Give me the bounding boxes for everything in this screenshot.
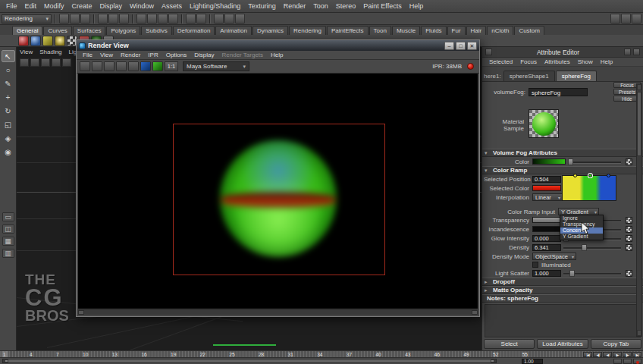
rotate-tool-icon[interactable]: ↻	[2, 105, 15, 117]
density-field[interactable]: 6.341	[532, 244, 561, 251]
select-by-hierarchy-icon[interactable]	[98, 14, 108, 24]
ipr-render-icon[interactable]	[224, 14, 234, 24]
resolution-gate-icon[interactable]	[52, 58, 61, 67]
load-attributes-button[interactable]: Load Attributes	[537, 339, 588, 349]
scroll-down-arrow[interactable]	[637, 330, 641, 336]
notes-text-area[interactable]	[485, 304, 641, 337]
statusline-separator[interactable]	[181, 14, 183, 24]
film-gate-icon[interactable]	[41, 58, 50, 67]
select-tool-icon[interactable]: ↖	[2, 50, 15, 62]
go-to-start-button[interactable]: |◀	[583, 352, 592, 357]
shelf-tab[interactable]: Custom	[514, 26, 544, 35]
construction-history-icon[interactable]	[186, 14, 196, 24]
menu-edit[interactable]: Edit	[21, 1, 41, 11]
density-map-button[interactable]	[626, 244, 632, 251]
shelf-tab[interactable]: nCloth	[487, 26, 513, 35]
scroll-right-arrow[interactable]	[472, 310, 478, 315]
render-region-icon[interactable]	[92, 61, 102, 71]
gate-mask-icon[interactable]	[62, 58, 71, 67]
scroll-left-arrow[interactable]	[78, 310, 84, 315]
playback-range-bar[interactable]	[5, 359, 494, 362]
ae-menu-show[interactable]: Show	[574, 58, 597, 65]
section-color-ramp[interactable]: Color Ramp	[482, 166, 643, 174]
select-by-component-icon[interactable]	[119, 14, 129, 24]
shelf-tab[interactable]: Animation	[215, 26, 252, 35]
go-to-end-button[interactable]: ▶|	[632, 352, 641, 357]
menu-assets[interactable]: Assets	[158, 1, 186, 11]
menu-toon[interactable]: Toon	[309, 1, 332, 11]
menu-display[interactable]: Display	[96, 1, 127, 11]
incandescence-swatch[interactable]	[532, 226, 561, 232]
menu-texturing[interactable]: Texturing	[244, 1, 280, 11]
menu-modify[interactable]: Modify	[40, 1, 68, 11]
menu-lighting-shading[interactable]: Lighting/Shading	[186, 1, 244, 11]
ae-vertical-scrollbar[interactable]	[636, 83, 642, 337]
renderer-dropdown[interactable]: Maya Software	[183, 61, 249, 71]
tab-sphereshape1[interactable]: sphereShape1	[503, 71, 555, 81]
menu-set-selector[interactable]: Rendering	[2, 14, 52, 24]
show-attribute-editor-icon[interactable]	[610, 14, 620, 24]
soft-modification-tool-icon[interactable]: ◉	[2, 146, 15, 158]
scale-tool-icon[interactable]: ◱	[2, 118, 15, 130]
ipr-render-icon[interactable]	[104, 61, 114, 71]
shelf-tab[interactable]: Surfaces	[73, 26, 106, 35]
selected-position-field[interactable]: 0.504	[532, 176, 561, 183]
grid-toggle-icon[interactable]	[30, 58, 39, 67]
menu-render[interactable]: Render	[280, 1, 310, 11]
select-by-object-icon[interactable]	[108, 14, 118, 24]
universal-manipulator-icon[interactable]: ◈	[2, 132, 15, 144]
glow-intensity-field[interactable]: 0.000	[532, 235, 561, 242]
rv-menu-options[interactable]: Options	[162, 52, 191, 58]
panel-menu-shading[interactable]: Shading	[39, 49, 61, 55]
shelf-sphere-icon[interactable]	[18, 36, 29, 46]
statusline-separator[interactable]	[209, 14, 211, 24]
scroll-up-arrow[interactable]	[637, 84, 641, 90]
shelf-tab[interactable]: Rendering	[289, 26, 326, 35]
density-mode-dropdown[interactable]: ObjectSpace	[532, 253, 576, 260]
transparency-map-button[interactable]	[626, 217, 632, 224]
rv-menu-file[interactable]: File	[79, 52, 96, 58]
section-matte-opacity[interactable]: Matte Opacity	[482, 286, 643, 294]
menu-window[interactable]: Window	[126, 1, 158, 11]
layout-four-pane-button[interactable]: ▦	[2, 237, 14, 246]
show-channel-box-icon[interactable]	[632, 14, 641, 24]
auto-keyframe-toggle[interactable]	[633, 359, 641, 364]
minimize-button[interactable]: –	[444, 42, 454, 50]
color-slider[interactable]	[568, 158, 621, 165]
snap-to-grid-icon[interactable]	[136, 14, 146, 24]
snapshot-icon[interactable]	[128, 61, 139, 71]
light-scatter-field[interactable]: 1.000	[532, 270, 561, 277]
layout-two-pane-button[interactable]: ◫	[2, 224, 14, 234]
shelf-tab[interactable]: Toon	[369, 26, 391, 35]
selected-color-swatch[interactable]	[532, 185, 561, 191]
menu-file[interactable]: File	[2, 1, 21, 11]
slider-thumb[interactable]	[569, 270, 575, 277]
color-swatch[interactable]	[532, 158, 566, 165]
ramp-handle-green-selected[interactable]	[588, 174, 592, 177]
snap-to-curve-icon[interactable]	[147, 14, 157, 24]
menu-item-ignore[interactable]: Ignore	[560, 215, 603, 221]
statusline-separator[interactable]	[132, 14, 133, 24]
range-end-handle[interactable]	[491, 359, 494, 362]
layout-single-pane-button[interactable]: ▭	[2, 212, 14, 221]
list-input-connections-icon[interactable]	[196, 14, 206, 24]
ae-menu-focus[interactable]: Focus	[516, 58, 541, 65]
shelf-shader-icon[interactable]	[30, 36, 41, 46]
lasso-tool-icon[interactable]: ○	[2, 64, 15, 76]
open-scene-icon[interactable]	[70, 14, 80, 24]
statusline-separator[interactable]	[55, 14, 56, 24]
time-slider[interactable]: 1 4 7 10 13 16 19 22 25 28 31 34 37 40 4…	[0, 350, 643, 357]
notes-section-header[interactable]: Notes: sphereFog	[482, 294, 643, 303]
illuminated-checkbox[interactable]	[532, 262, 538, 268]
range-start-field[interactable]: 1.00	[522, 359, 543, 364]
menu-create[interactable]: Create	[68, 1, 96, 11]
paint-select-tool-icon[interactable]: ✎	[2, 77, 15, 89]
shelf-tab[interactable]: Fur	[447, 26, 466, 35]
display-rgb-channels-icon[interactable]	[140, 61, 151, 71]
rv-menu-display[interactable]: Display	[190, 52, 218, 58]
move-tool-icon[interactable]: +	[2, 91, 15, 103]
menu-help[interactable]: Help	[406, 1, 428, 11]
range-slider-track[interactable]	[2, 359, 497, 363]
shelf-tab[interactable]: Polygons	[106, 26, 140, 35]
snap-to-point-icon[interactable]	[158, 14, 168, 24]
